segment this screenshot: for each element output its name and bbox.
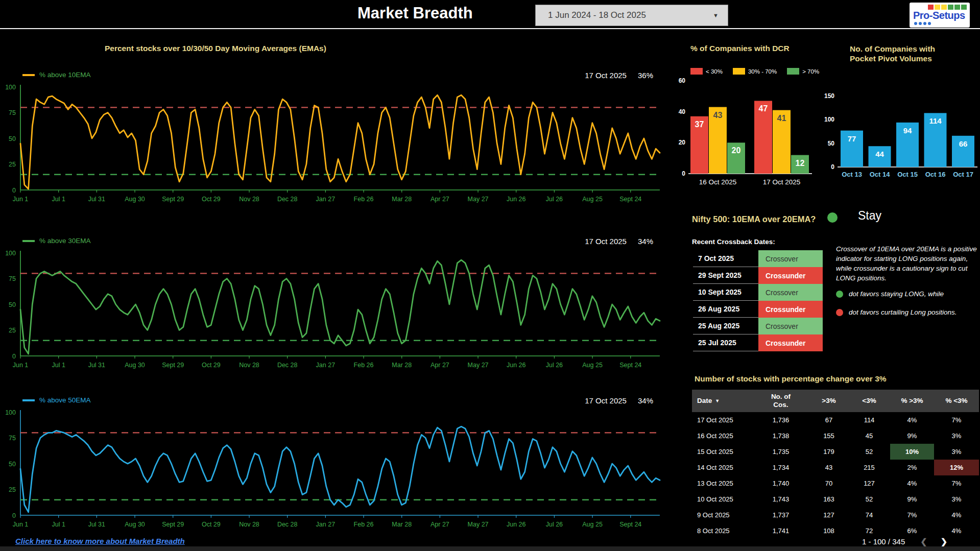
- table-cell: 52: [848, 444, 890, 460]
- svg-text:25: 25: [9, 486, 16, 493]
- date-range-dropdown[interactable]: 1 Jun 2024 - 18 Oct 2025 ▼: [535, 5, 728, 26]
- table-cell: 215: [848, 460, 890, 475]
- svg-text:150: 150: [824, 92, 834, 100]
- ema30-legend-swatch: [22, 240, 35, 242]
- ema50-legend-swatch: [22, 399, 35, 401]
- svg-text:75: 75: [9, 435, 16, 442]
- dcr-legend-item: < 30%: [690, 68, 723, 75]
- svg-text:43: 43: [713, 111, 723, 119]
- svg-text:12: 12: [796, 159, 805, 167]
- dcr-legend-item: 30% - 70%: [733, 68, 777, 75]
- svg-text:Jul 26: Jul 26: [546, 521, 563, 528]
- dcr-bar-chart[interactable]: 020406037432016 Oct 202547411217 Oct 202…: [675, 77, 818, 191]
- table-cell: 67: [809, 412, 848, 428]
- table-cell: 1,743: [752, 491, 809, 507]
- svg-text:Jan 27: Jan 27: [316, 362, 336, 369]
- market-breadth-dashboard: Market Breadth 1 Jun 2024 - 18 Oct 2025 …: [0, 0, 980, 551]
- table-row: 15 Oct 20251,7351795210%3%: [692, 444, 979, 460]
- green-dot-icon: [836, 291, 843, 298]
- svg-text:Mar 28: Mar 28: [392, 362, 412, 369]
- crossback-date: 25 Jul 2025: [693, 334, 758, 351]
- table-cell: 2%: [890, 460, 934, 475]
- ema10-chart[interactable]: 1007550250Jun 1Jul 1Jul 31Aug 30Sept 29O…: [0, 83, 664, 208]
- sort-desc-icon: ▼: [715, 398, 720, 403]
- table-cell: 127: [809, 507, 848, 523]
- table-cell: 1,740: [752, 475, 809, 491]
- svg-text:Aug 25: Aug 25: [582, 362, 603, 369]
- table-row: 16 Oct 20251,738155459%3%: [692, 428, 979, 444]
- svg-text:Jul 31: Jul 31: [88, 196, 105, 203]
- signal-dot-icon: [827, 212, 838, 223]
- svg-text:40: 40: [679, 108, 686, 115]
- svg-text:0: 0: [12, 353, 16, 360]
- svg-text:Aug 25: Aug 25: [582, 196, 603, 203]
- column-header-date[interactable]: Date▼: [692, 390, 752, 412]
- ema30-pct: 34%: [638, 237, 653, 246]
- dcr-chart-title: % of Companies with DCR: [690, 44, 790, 53]
- red-dot-icon: [836, 309, 843, 316]
- ema10-pct: 36%: [638, 71, 653, 80]
- svg-text:75: 75: [9, 109, 16, 116]
- svg-text:50: 50: [9, 135, 16, 142]
- table-cell: 74: [848, 507, 890, 523]
- svg-text:Jun 26: Jun 26: [507, 521, 526, 528]
- svg-text:77: 77: [848, 134, 856, 143]
- svg-text:16 Oct 2025: 16 Oct 2025: [699, 178, 737, 186]
- svg-text:Aug 30: Aug 30: [125, 196, 145, 203]
- stocks-table-header: Date▼No. of Cos.>3%<3%% >3%% <3%: [692, 390, 979, 412]
- svg-text:Oct 16: Oct 16: [925, 171, 946, 178]
- column-header-noofcos: No. of Cos.: [752, 390, 809, 412]
- crossback-row: 10 Sept 2025Crossover: [693, 284, 823, 301]
- crossover-explainer-text: Crossover of 10EMA over 20EMA is a posit…: [836, 244, 977, 283]
- pagination-next-icon[interactable]: ❯: [941, 537, 947, 546]
- svg-text:66: 66: [959, 139, 968, 148]
- crossback-row: 25 Jul 2025Crossunder: [693, 334, 823, 351]
- column-header-3: % >3%: [890, 390, 934, 412]
- market-breadth-info-link[interactable]: Click here to know more about Market Bre…: [15, 537, 185, 545]
- svg-text:Mar 28: Mar 28: [392, 196, 412, 203]
- table-row: 8 Oct 20251,741108726%4%: [692, 523, 979, 536]
- bullet-text: dot favors curtailing Long positions.: [849, 308, 957, 316]
- svg-text:Jul 1: Jul 1: [52, 521, 65, 528]
- green-dot-bullet: dot favors staying LONG, while: [836, 290, 944, 298]
- svg-text:Apr 27: Apr 27: [431, 362, 449, 369]
- pagination-prev-icon[interactable]: ❮: [920, 537, 927, 546]
- table-cell: 4%: [934, 523, 979, 536]
- crossback-date: 7 Oct 2025: [693, 250, 758, 267]
- table-row: 17 Oct 20251,736671144%7%: [692, 412, 979, 428]
- svg-text:Oct 29: Oct 29: [202, 521, 221, 528]
- logo-square: [948, 5, 953, 10]
- logo-square: [954, 5, 960, 10]
- svg-text:100: 100: [824, 116, 834, 123]
- ema-section-title: Percent stocks over 10/30/50 Day Moving …: [105, 44, 326, 53]
- svg-text:Aug 30: Aug 30: [125, 521, 145, 528]
- svg-text:May 27: May 27: [468, 362, 489, 369]
- crossback-status-badge: Crossunder: [758, 334, 823, 351]
- ema30-legend-label: % above 30EMA: [39, 237, 91, 245]
- svg-text:Jul 1: Jul 1: [52, 362, 65, 369]
- pagination: 1 - 100 / 345 ❮ ❯: [862, 537, 947, 546]
- ema50-chart[interactable]: 1007550250Jun 1Jul 1Jul 31Aug 30Sept 29O…: [0, 408, 664, 533]
- svg-text:25: 25: [9, 327, 16, 334]
- pocket-pivot-bar-chart[interactable]: 05010015077Oct 1344Oct 1494Oct 15114Oct …: [817, 91, 980, 182]
- svg-text:20: 20: [732, 146, 741, 155]
- table-cell: 1,735: [752, 444, 809, 460]
- ema50-current-value: 17 Oct 202534%: [585, 396, 653, 405]
- crossback-status-badge: Crossover: [758, 250, 823, 267]
- svg-text:Jul 31: Jul 31: [88, 521, 105, 528]
- crossback-row: 25 Aug 2025Crossover: [693, 318, 823, 334]
- table-cell: 9%: [890, 491, 934, 507]
- table-cell: 10%: [890, 444, 934, 460]
- column-header-3: <3%: [848, 390, 890, 412]
- ema50-date: 17 Oct 2025: [585, 396, 627, 405]
- table-cell: 9%: [890, 428, 934, 444]
- ema50-pct: 34%: [638, 396, 653, 405]
- table-cell: 4%: [890, 412, 934, 428]
- svg-text:0: 0: [831, 163, 834, 171]
- table-row: 14 Oct 20251,734432152%12%: [692, 460, 979, 475]
- table-row: 10 Oct 20251,743163529%3%: [692, 491, 979, 507]
- pagination-label: 1 - 100 / 345: [862, 537, 905, 546]
- ema30-chart[interactable]: 1007550250Jun 1Jul 1Jul 31Aug 30Sept 29O…: [0, 249, 664, 374]
- bottom-bar: [0, 546, 980, 551]
- svg-text:Jun 26: Jun 26: [507, 362, 526, 369]
